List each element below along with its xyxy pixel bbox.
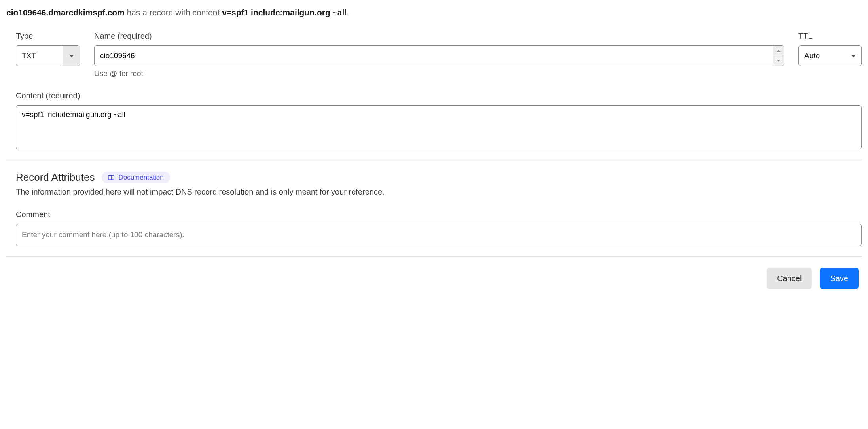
type-dropdown-button[interactable]: [63, 46, 80, 66]
name-label: Name (required): [94, 32, 784, 41]
name-spinner: [773, 46, 784, 66]
attributes-description: The information provided here will not i…: [16, 187, 862, 197]
name-input-wrap: [94, 45, 784, 66]
content-label: Content (required): [16, 91, 862, 100]
content-textarea[interactable]: [16, 105, 862, 149]
chevron-down-icon: [69, 55, 74, 57]
header-suffix: .: [347, 8, 349, 17]
type-value: TXT: [16, 46, 63, 66]
chevron-down-icon: [777, 60, 781, 62]
comment-label: Comment: [16, 210, 862, 219]
save-button[interactable]: Save: [820, 268, 859, 289]
documentation-link-label: Documentation: [118, 174, 163, 181]
ttl-select[interactable]: Auto: [798, 45, 862, 66]
header-record: v=spf1 include:mailgun.org ~all: [222, 8, 347, 17]
name-input[interactable]: [95, 46, 773, 66]
type-label: Type: [16, 32, 80, 41]
documentation-link[interactable]: Documentation: [102, 172, 170, 183]
attributes-title: Record Attributes: [16, 171, 95, 183]
comment-input[interactable]: [16, 224, 862, 246]
type-select[interactable]: TXT: [16, 45, 80, 66]
attributes-header: Record Attributes Documentation: [16, 171, 862, 183]
content-field: Content (required): [16, 91, 862, 149]
comment-field: Comment: [16, 210, 862, 246]
ttl-field: TTL Auto: [798, 32, 862, 66]
footer-actions: Cancel Save: [6, 268, 862, 289]
type-field: Type TXT: [16, 32, 80, 66]
cancel-button[interactable]: Cancel: [767, 268, 812, 289]
name-hint: Use @ for root: [94, 69, 784, 78]
name-field: Name (required) Use @ for root: [94, 32, 784, 78]
footer-divider: [6, 256, 862, 257]
chevron-up-icon: [777, 50, 781, 52]
header-summary: cio109646.dmarcdkimspf.com has a record …: [6, 8, 862, 17]
spinner-down-button[interactable]: [773, 56, 784, 66]
ttl-value: Auto: [804, 51, 820, 60]
chevron-down-icon: [851, 55, 856, 57]
header-domain: cio109646.dmarcdkimspf.com: [6, 8, 125, 17]
book-icon: [108, 175, 114, 180]
section-divider: [6, 160, 862, 160]
header-mid: has a record with content: [125, 8, 222, 17]
ttl-label: TTL: [798, 32, 862, 41]
spinner-up-button[interactable]: [773, 46, 784, 56]
